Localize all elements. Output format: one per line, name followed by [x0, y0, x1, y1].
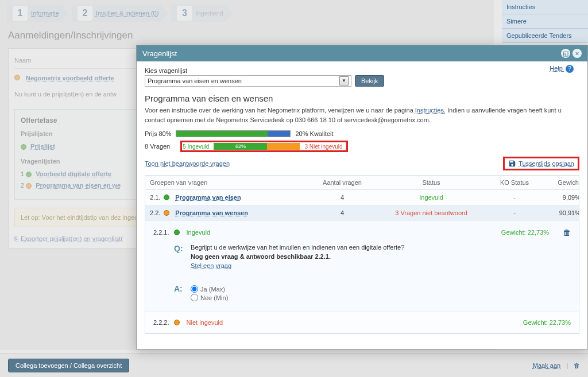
radio-ja[interactable]	[191, 285, 198, 293]
collega-button[interactable]: Collega toevoegen / Collega overzicht	[8, 359, 129, 372]
vragenlijst-modal: Vragenlijst ◱ × Help ? Kies vragenlijst …	[136, 45, 588, 349]
bekijk-button[interactable]: Bekijk	[355, 75, 384, 87]
instructies-link[interactable]: Instructies.	[415, 107, 446, 114]
help-link[interactable]: Help ?	[550, 65, 574, 73]
answer-area: A: Ja (Max) Nee (Min)	[153, 274, 571, 307]
status-dot-icon	[14, 75, 20, 80]
toon-niet-beantwoord-link[interactable]: Toon niet beantwoorde vragen	[145, 160, 230, 167]
wizard-step-2[interactable]: 2 Invullen & indienen (0)	[72, 5, 168, 22]
group-row[interactable]: 2.2. Programma van wensen 4 3 Vragen nie…	[145, 205, 579, 221]
status-dot-icon	[26, 172, 32, 177]
chevron-down-icon: ▼	[339, 76, 349, 85]
sidebar-item-simere[interactable]: Simere	[502, 14, 588, 29]
modal-close-icon[interactable]: ×	[572, 49, 582, 58]
col-status: Status	[374, 179, 489, 186]
trash-icon[interactable]: 🗑	[563, 228, 571, 237]
kwaliteit-label: 20% Kwaliteit	[295, 130, 333, 137]
answer-option-nee[interactable]: Nee (Min)	[191, 294, 228, 301]
modal-header: Vragenlijst ◱ ×	[137, 45, 587, 61]
status-dot-icon	[174, 230, 180, 235]
sidebar-item-gepubliceerde-tenders[interactable]: Gepubliceerde Tenders	[502, 29, 588, 43]
vragenlijst-link-2[interactable]: Programma van eisen en we	[36, 182, 121, 189]
answer-option-ja[interactable]: Ja (Max)	[191, 285, 228, 293]
wizard-step-1[interactable]: 1 Informatie	[7, 5, 68, 22]
prijs-label: Prijs 80%	[145, 130, 171, 137]
vragen-count: 8 Vragen	[145, 143, 170, 150]
help-icon: ?	[566, 65, 574, 73]
radio-nee[interactable]	[191, 294, 198, 301]
col-aantal: Aantal vragen	[311, 179, 374, 186]
col-groepen: Groepen van vragen	[150, 179, 311, 186]
group-link[interactable]: Programma van wensen	[175, 209, 248, 216]
group-row[interactable]: 2.1. Programma van eisen 4 Ingevuld - 9,…	[145, 190, 579, 205]
programma-desc: Voor een instructie over de werking van …	[145, 106, 579, 125]
offer-link[interactable]: Negometrix voorbeeld offerte	[26, 75, 114, 81]
status-dot-icon	[21, 144, 26, 150]
group-link[interactable]: Programma van eisen	[175, 194, 241, 201]
tussentijds-opslaan-box[interactable]: Tussentijds opslaan	[503, 157, 579, 170]
status-dot-icon	[164, 195, 169, 200]
export-icon: ⎘	[14, 235, 18, 242]
kies-label: Kies vragenlijst	[145, 67, 351, 74]
status-dot-icon	[164, 210, 169, 216]
programma-title: Programma van eisen en wensen	[145, 94, 579, 103]
status-dot-icon	[26, 183, 32, 189]
footer-bar: Collega toevoegen / Collega overzicht Ma…	[0, 353, 588, 377]
q-label: Q:	[174, 244, 189, 253]
status-dot-icon	[174, 320, 180, 325]
groups-table: Groepen van vragen Aantal vragen Status …	[145, 175, 579, 334]
question-block: 2.2.1. Ingevuld Gewicht: 22,73% 🗑 Q: Beg…	[145, 221, 579, 312]
wizard-step-3[interactable]: 3 Ingediend	[171, 5, 232, 22]
question-area: Q: Begrijpt u de werkwijze van het invul…	[153, 239, 571, 274]
a-label: A:	[174, 284, 189, 293]
question-block: 2.2.2. Niet ingevuld Gewicht: 22,73%	[145, 312, 579, 333]
right-sidebar: Instructies Simere Gepubliceerde Tenders	[502, 0, 588, 43]
modal-title: Vragenlijst	[142, 49, 177, 58]
col-ko: KO Status	[489, 179, 540, 186]
sidebar-item-instructies[interactable]: Instructies	[502, 0, 588, 14]
vragenlijst-link-1[interactable]: Voorbeeld digitale offerte	[36, 170, 111, 177]
modal-maximize-icon[interactable]: ◱	[561, 49, 570, 58]
vragen-progress-box: 5 Ingevuld 62% 3 Niet ingevuld	[180, 141, 347, 152]
save-icon	[508, 160, 516, 168]
col-gewicht: Gewicht	[540, 179, 579, 186]
prijs-kwaliteit-bar	[176, 130, 291, 137]
maak-aan-link[interactable]: Maak aan	[533, 362, 560, 369]
trash-icon[interactable]: 🗑	[574, 362, 580, 369]
prijslijst-link[interactable]: Prijslijst	[30, 143, 55, 150]
wizard-steps: 1 Informatie 2 Invullen & indienen (0) 3…	[0, 0, 588, 26]
vragenlijst-select[interactable]: Programma van eisen en wensen ▼	[145, 75, 351, 87]
stel-een-vraag-link[interactable]: Stel een vraag	[191, 262, 231, 269]
